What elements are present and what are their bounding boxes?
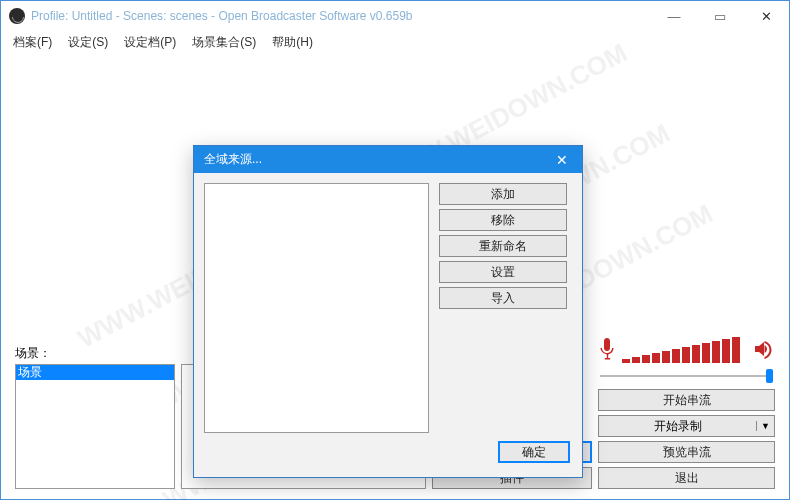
dialog-buttons: 添加 移除 重新命名 设置 导入 (439, 183, 567, 433)
close-button[interactable]: ✕ (743, 1, 789, 31)
volume-slider[interactable] (600, 373, 773, 379)
titlebar: Profile: Untitled - Scenes: scenes - Ope… (1, 1, 789, 31)
menu-scenes[interactable]: 场景集合(S) (186, 32, 262, 53)
app-icon (9, 8, 25, 24)
menu-settings[interactable]: 设定(S) (62, 32, 114, 53)
right-controls: 开始串流 开始录制 ▼ 预览串流 退出 (598, 333, 775, 489)
maximize-button[interactable]: ▭ (697, 1, 743, 31)
scene-item[interactable]: 场景 (16, 365, 174, 380)
scenes-panel: 场景： 场景 (15, 345, 175, 489)
dialog-close-icon[interactable]: ✕ (552, 152, 572, 168)
slider-thumb[interactable] (766, 369, 773, 383)
dialog-footer: 确定 (194, 441, 582, 477)
client-area: WWW.WEIDOWN.COMWWW.WEIDOWN.COM WWW.WEIDO… (1, 53, 789, 499)
preview-stream-button[interactable]: 预览串流 (598, 441, 775, 463)
import-button[interactable]: 导入 (439, 287, 567, 309)
rename-button[interactable]: 重新命名 (439, 235, 567, 257)
settings-button[interactable]: 设置 (439, 261, 567, 283)
dialog-listbox[interactable] (204, 183, 429, 433)
audio-meter (622, 337, 747, 363)
menubar: 档案(F) 设定(S) 设定档(P) 场景集合(S) 帮助(H) (1, 31, 789, 53)
dialog-body: 添加 移除 重新命名 设置 导入 (194, 173, 582, 441)
app-window: Profile: Untitled - Scenes: scenes - Ope… (0, 0, 790, 500)
add-button[interactable]: 添加 (439, 183, 567, 205)
mic-icon[interactable] (598, 338, 616, 363)
dialog-titlebar: 全域来源... ✕ (194, 146, 582, 173)
speaker-icon[interactable] (753, 338, 775, 363)
start-record-combo[interactable]: 开始录制 ▼ (598, 415, 775, 437)
chevron-down-icon[interactable]: ▼ (756, 421, 774, 431)
scenes-listbox[interactable]: 场景 (15, 364, 175, 489)
start-record-label: 开始录制 (599, 418, 756, 435)
exit-button[interactable]: 退出 (598, 467, 775, 489)
start-stream-button[interactable]: 开始串流 (598, 389, 775, 411)
minimize-button[interactable]: — (651, 1, 697, 31)
audio-row (598, 333, 775, 363)
window-title: Profile: Untitled - Scenes: scenes - Ope… (31, 9, 413, 23)
dialog-title: 全域来源... (204, 151, 262, 168)
ok-button[interactable]: 确定 (498, 441, 570, 463)
menu-help[interactable]: 帮助(H) (266, 32, 319, 53)
menu-file[interactable]: 档案(F) (7, 32, 58, 53)
scenes-label: 场景： (15, 345, 175, 362)
remove-button[interactable]: 移除 (439, 209, 567, 231)
menu-profile[interactable]: 设定档(P) (118, 32, 182, 53)
global-sources-dialog: 全域来源... ✕ 添加 移除 重新命名 设置 导入 确定 (193, 145, 583, 478)
